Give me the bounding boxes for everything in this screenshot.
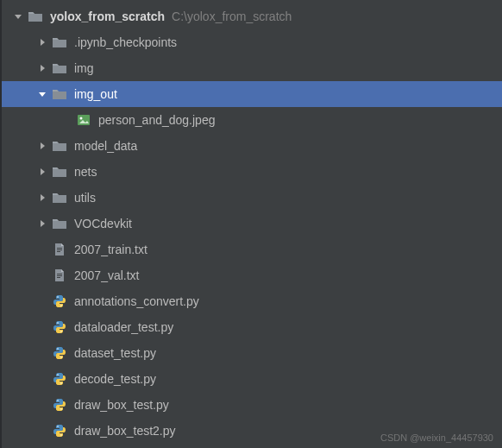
tree-file-row[interactable]: person_and_dog.jpeg — [2, 107, 502, 133]
folder-icon — [52, 35, 67, 50]
chevron-down-icon[interactable] — [14, 12, 22, 21]
tree-file-row[interactable]: 2007_train.txt — [2, 237, 502, 262]
svg-rect-4 — [57, 251, 60, 252]
python-file-icon — [52, 397, 67, 413]
tree-folder-row[interactable]: model_data — [2, 133, 502, 159]
tree-file-row[interactable]: dataloader_test.py — [2, 314, 502, 340]
svg-point-9 — [60, 305, 62, 306]
chevron-down-icon[interactable] — [38, 90, 47, 98]
svg-point-13 — [60, 357, 62, 358]
svg-point-19 — [60, 434, 62, 436]
svg-point-18 — [57, 426, 59, 427]
folder-icon — [52, 190, 67, 205]
folder-icon — [52, 164, 67, 180]
tree-item-label: person_and_dog.jpeg — [98, 113, 215, 127]
tree-file-row[interactable]: dataset_test.py — [2, 340, 502, 366]
tree-item-label: nets — [74, 165, 97, 179]
python-file-icon — [52, 423, 67, 439]
tree-item-label: draw_box_test.py — [74, 398, 169, 412]
svg-point-11 — [60, 331, 62, 332]
tree-item-label: img — [74, 61, 94, 75]
tree-folder-row[interactable]: VOCdevkit — [2, 211, 502, 237]
tree-folder-row[interactable]: img_out — [2, 81, 502, 107]
tree-item-label: draw_box_test2.py — [74, 424, 176, 438]
chevron-right-icon[interactable] — [38, 167, 47, 176]
svg-point-8 — [57, 296, 59, 298]
tree-folder-row[interactable]: img — [2, 55, 502, 81]
python-file-icon — [52, 345, 67, 361]
tree-folder-row[interactable]: yolox_from_scratchC:\yolox_from_scratch — [2, 3, 502, 29]
image-file-icon — [76, 112, 91, 128]
folder-icon — [52, 138, 67, 154]
folder-icon — [28, 9, 43, 24]
python-file-icon — [52, 371, 67, 387]
tree-item-label: dataset_test.py — [74, 346, 156, 360]
tree-item-label: model_data — [74, 139, 137, 153]
svg-rect-7 — [57, 277, 60, 278]
tree-folder-row[interactable]: utils — [2, 185, 502, 211]
python-file-icon — [52, 293, 67, 309]
watermark: CSDN @weixin_44457930 — [380, 432, 493, 443]
tree-file-row[interactable]: annotations_convert.py — [2, 288, 502, 314]
tree-item-label: 2007_train.txt — [74, 243, 147, 256]
tree-item-label: VOCdevkit — [74, 217, 132, 230]
tree-item-label: .ipynb_checkpoints — [74, 35, 177, 49]
tree-item-label: 2007_val.txt — [74, 268, 140, 282]
tree-item-label: utils — [74, 191, 96, 205]
tree-item-path: C:\yolox_from_scratch — [172, 9, 292, 23]
svg-rect-2 — [57, 248, 62, 249]
chevron-right-icon[interactable] — [38, 64, 47, 73]
svg-point-10 — [57, 322, 59, 324]
tree-file-row[interactable]: 2007_val.txt — [2, 262, 502, 288]
svg-point-17 — [60, 408, 62, 410]
chevron-right-icon[interactable] — [38, 142, 47, 150]
tree-file-row[interactable]: decode_test.py — [2, 366, 502, 392]
tree-folder-row[interactable]: .ipynb_checkpoints — [2, 29, 502, 55]
tree-item-label: img_out — [74, 87, 117, 101]
folder-icon — [52, 60, 67, 76]
svg-rect-6 — [57, 275, 62, 276]
chevron-right-icon[interactable] — [38, 219, 47, 228]
chevron-right-icon[interactable] — [38, 38, 47, 47]
text-file-icon — [52, 268, 67, 283]
tree-folder-row[interactable]: nets — [2, 159, 502, 185]
svg-rect-3 — [57, 249, 62, 250]
svg-point-16 — [57, 400, 59, 401]
svg-point-1 — [80, 117, 83, 120]
folder-icon — [52, 216, 67, 231]
tree-item-label: dataloader_test.py — [74, 320, 173, 334]
tree-item-label: yolox_from_scratch — [50, 9, 165, 23]
python-file-icon — [52, 319, 67, 335]
svg-point-14 — [57, 374, 59, 375]
text-file-icon — [52, 242, 67, 257]
folder-icon — [52, 86, 67, 102]
tree-file-row[interactable]: draw_box_test.py — [2, 392, 502, 418]
tree-item-label: annotations_convert.py — [74, 294, 199, 308]
svg-rect-0 — [78, 115, 90, 125]
svg-rect-5 — [57, 274, 62, 274]
svg-point-12 — [57, 348, 59, 350]
project-tree[interactable]: yolox_from_scratchC:\yolox_from_scratch.… — [2, 0, 502, 444]
tree-item-label: decode_test.py — [74, 372, 156, 386]
svg-point-15 — [60, 382, 62, 384]
chevron-right-icon[interactable] — [38, 193, 47, 202]
